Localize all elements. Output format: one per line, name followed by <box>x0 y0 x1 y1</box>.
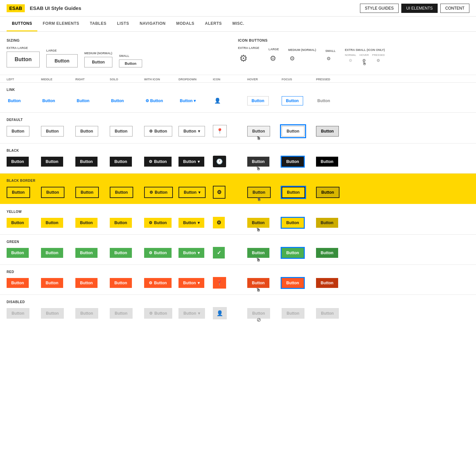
icon-xl-button[interactable]: ⚙ <box>238 52 249 65</box>
link-pressed-button[interactable]: Button <box>316 97 332 105</box>
yellow-focus-button[interactable]: Button <box>282 218 304 228</box>
default-right-button[interactable]: Button <box>75 126 98 137</box>
red-right-button[interactable]: Button <box>75 278 98 288</box>
bb-dropdown-button[interactable]: Button ▾ <box>178 187 206 198</box>
red-with-icon-button[interactable]: ⚙ Button <box>144 278 172 288</box>
link-icon-only-button[interactable]: 👤 <box>213 95 222 106</box>
green-pressed-col: Button <box>316 248 348 258</box>
black-pressed-button[interactable]: Button <box>316 157 338 167</box>
yellow-solo-button[interactable]: Button <box>110 218 132 228</box>
icon-xs-pressed-button[interactable]: ⚙ <box>376 58 381 63</box>
tab-tables[interactable]: TABLES <box>85 17 112 31</box>
tab-modals[interactable]: MODALS <box>171 17 200 31</box>
tab-lists[interactable]: LISTS <box>112 17 135 31</box>
icon-md-button[interactable]: ⚙ <box>288 54 296 63</box>
default-hover-button[interactable]: Button🖱 <box>247 126 270 137</box>
link-pressed-col: Button <box>316 97 348 105</box>
size-lg-button[interactable]: Button <box>46 54 78 67</box>
red-focus-col: Button <box>282 278 313 288</box>
red-hover-button[interactable]: Button🖱 <box>247 278 269 288</box>
yellow-icon-only-button[interactable]: ⚙ <box>213 217 225 228</box>
bb-focus-button[interactable]: Button <box>282 187 305 198</box>
red-focus-button[interactable]: Button <box>282 278 304 288</box>
green-middle-button[interactable]: Button <box>41 248 63 258</box>
black-with-icon-button[interactable]: ⚙ Button <box>144 157 172 167</box>
green-solo-button[interactable]: Button <box>110 248 132 258</box>
black-left-button[interactable]: Button <box>7 157 29 167</box>
default-dropdown-col: Button ▾ <box>178 126 210 137</box>
tab-navigation[interactable]: NAVIGATION <box>134 17 171 31</box>
default-dropdown-button[interactable]: Button ▾ <box>178 126 205 137</box>
icon-size-row: EXTRA LARGE ⚙ LARGE ⚙ MEDIUM (NORMAL) ⚙ … <box>238 46 469 65</box>
yellow-left-button[interactable]: Button <box>7 218 29 228</box>
size-xl-button[interactable]: Button <box>7 52 40 67</box>
green-left-button[interactable]: Button <box>7 248 29 258</box>
tab-misc[interactable]: MISC. <box>227 17 250 31</box>
tab-form-elements[interactable]: FORM ELEMENTS <box>37 17 85 31</box>
default-icon-only-button[interactable]: 📍 <box>213 125 227 137</box>
ui-elements-button[interactable]: UI ELEMENTS <box>401 4 438 13</box>
black-right-button[interactable]: Button <box>75 157 98 167</box>
disabled-icon-col: ⚙ Button <box>144 308 176 319</box>
bb-solo-button[interactable]: Button <box>110 187 133 198</box>
default-left-button[interactable]: Button <box>7 126 29 137</box>
link-right-button[interactable]: Button <box>75 96 91 106</box>
icon-sm-button[interactable]: ⚙ <box>325 55 332 62</box>
tab-alerts[interactable]: ALERTS <box>200 17 227 31</box>
yellow-pressed-button[interactable]: Button <box>316 218 338 228</box>
yellow-with-icon-button[interactable]: ⚙ Button <box>144 218 172 228</box>
black-hover-button[interactable]: Button🖱 <box>247 157 269 167</box>
green-right-button[interactable]: Button <box>75 248 98 258</box>
default-with-icon-button[interactable]: ⚙ Button <box>144 126 172 137</box>
bb-hover-button[interactable]: Button🖱 <box>247 187 271 198</box>
yellow-hover-button[interactable]: Button🖱 <box>247 218 269 228</box>
black-focus-button[interactable]: Button <box>282 157 304 167</box>
red-middle-button[interactable]: Button <box>41 278 63 288</box>
tab-buttons[interactable]: BUTTONS <box>7 17 37 31</box>
link-solo-button[interactable]: Button <box>110 96 125 106</box>
yellow-right-button[interactable]: Button <box>75 218 98 228</box>
bb-pressed-button[interactable]: Button <box>316 187 339 198</box>
green-pressed-button[interactable]: Button <box>316 248 338 258</box>
red-dropdown-button[interactable]: Button ▾ <box>178 278 204 288</box>
black-icon-only-button[interactable]: 🕐 <box>213 156 226 167</box>
bb-with-icon-button[interactable]: ⚙ Button <box>144 187 173 198</box>
icon-lg-button[interactable]: ⚙ <box>268 53 278 64</box>
default-pressed-button[interactable]: Button <box>316 126 339 137</box>
link-hover-button[interactable]: Button <box>247 96 269 105</box>
bb-icon-only-button[interactable]: ⚙ <box>213 186 225 199</box>
yellow-middle-button[interactable]: Button <box>41 218 63 228</box>
red-pressed-button[interactable]: Button <box>316 278 338 288</box>
black-dropdown-button[interactable]: Button ▾ <box>178 157 204 167</box>
red-solo-button[interactable]: Button <box>110 278 132 288</box>
icon-xs-hover-button[interactable]: ⚙🖱 <box>362 58 367 63</box>
link-with-icon-button[interactable]: ⚙ Button <box>144 96 164 106</box>
size-md-button[interactable]: Button <box>84 57 112 67</box>
bb-right-button[interactable]: Button <box>75 187 99 198</box>
bb-left-button[interactable]: Button <box>7 187 30 198</box>
col-focus: FOCUS <box>282 78 313 81</box>
yellow-dropdown-button[interactable]: Button ▾ <box>178 218 204 228</box>
style-guides-button[interactable]: STYLE GUIDES <box>360 4 399 13</box>
green-focus-button[interactable]: Button <box>282 248 304 258</box>
black-solo-button[interactable]: Button <box>110 157 132 167</box>
size-sm-button[interactable]: Button <box>119 60 142 67</box>
green-with-icon-button[interactable]: ⚙ Button <box>144 248 172 258</box>
link-focus-button[interactable]: Button <box>282 96 303 105</box>
bb-focus-col: Button <box>282 187 313 198</box>
bb-middle-button[interactable]: Button <box>41 187 64 198</box>
default-middle-button[interactable]: Button <box>41 126 64 137</box>
default-focus-button[interactable]: Button <box>282 126 304 137</box>
green-hover-button[interactable]: Button🖱 <box>247 248 269 258</box>
green-dropdown-button[interactable]: Button ▾ <box>178 248 204 258</box>
black-middle-button[interactable]: Button <box>41 157 63 167</box>
link-left-button[interactable]: Button <box>7 96 22 106</box>
red-left-button[interactable]: Button <box>7 278 29 288</box>
icon-xs-normal-button[interactable]: ⚙ <box>348 58 353 63</box>
default-solo-button[interactable]: Button <box>110 126 133 137</box>
link-dropdown-button[interactable]: Button ▾ <box>178 96 197 106</box>
content-button[interactable]: CONTENT <box>440 4 469 13</box>
link-middle-button[interactable]: Button <box>41 96 57 106</box>
red-icon-only-button[interactable]: 📍 <box>213 277 226 289</box>
green-icon-only-button[interactable]: ✓ <box>213 247 225 258</box>
